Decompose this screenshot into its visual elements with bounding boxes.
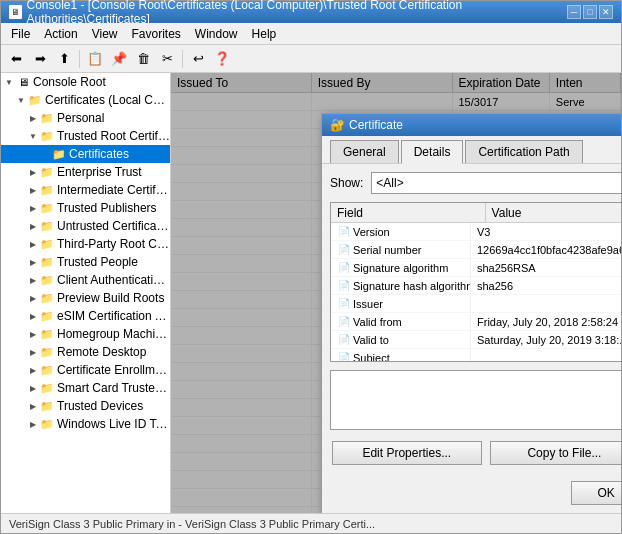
dialog-title-bar: 🔐 Certificate ✕ [322,114,621,136]
tab-certification-path[interactable]: Certification Path [465,140,582,163]
sidebar-item-enterprise[interactable]: ▶ 📁 Enterprise Trust [1,163,170,181]
smart-card-icon: 📁 [39,380,55,396]
window-close-button[interactable]: ✕ [599,5,613,19]
details-row-serial[interactable]: 📄 Serial number 12669a4cc1f0bfac4238afe9… [331,241,621,259]
status-bar: VeriSign Class 3 Public Primary in - Ver… [1,513,621,533]
sidebar-item-trusted-pub[interactable]: ▶ 📁 Trusted Publishers [1,199,170,217]
expander-client-auth[interactable]: ▶ [27,274,39,286]
expander-homegroup[interactable]: ▶ [27,328,39,340]
details-row-subject[interactable]: 📄 Subject [331,349,621,362]
expander-smart-card[interactable]: ▶ [27,382,39,394]
toolbar-paste[interactable]: 📌 [108,48,130,70]
details-field-serial: 📄 Serial number [331,241,471,258]
toolbar-up[interactable]: ⬆ [53,48,75,70]
expander-trusted-devices[interactable]: ▶ [27,400,39,412]
cert-field-icon: 📄 [337,225,351,239]
sidebar-item-cert-enrollment[interactable]: ▶ 📁 Certificate Enrollment R [1,361,170,379]
expander-third-party[interactable]: ▶ [27,238,39,250]
details-row-valid-from[interactable]: 📄 Valid from Friday, July 20, 2018 2:58:… [331,313,621,331]
expander-preview-build[interactable]: ▶ [27,292,39,304]
toolbar-help[interactable]: ❓ [211,48,233,70]
menu-view[interactable]: View [86,25,124,43]
console-root-icon: 🖥 [15,74,31,90]
sidebar-item-trusted-devices[interactable]: ▶ 📁 Trusted Devices [1,397,170,415]
sidebar-item-windows-live[interactable]: ▶ 📁 Windows Live ID Token [1,415,170,433]
copy-to-file-button[interactable]: Copy to File... [490,441,621,465]
menu-window[interactable]: Window [189,25,244,43]
expander-certs-local[interactable]: ▼ [15,94,27,106]
cert-value-textarea[interactable] [330,370,621,430]
sidebar-label-smart-card: Smart Card Trusted Roo [55,381,170,395]
trusted-pub-icon: 📁 [39,200,55,216]
expander-esim[interactable]: ▶ [27,310,39,322]
sidebar-item-homegroup[interactable]: ▶ 📁 Homegroup Machine C [1,325,170,343]
show-dropdown[interactable]: <All> ▼ [371,172,621,194]
details-value-issuer [471,295,621,312]
cert-field-icon: 📄 [337,297,351,311]
certificates-icon: 📁 [51,146,67,162]
menu-action[interactable]: Action [38,25,83,43]
sidebar-item-esim[interactable]: ▶ 📁 eSIM Certification Auth [1,307,170,325]
tab-details[interactable]: Details [401,140,464,164]
sidebar-item-certs-local[interactable]: ▼ 📁 Certificates (Local Compute [1,91,170,109]
remote-desktop-icon: 📁 [39,344,55,360]
show-label: Show: [330,176,363,190]
toolbar-delete2[interactable]: ✂ [156,48,178,70]
expander-enterprise[interactable]: ▶ [27,166,39,178]
expander-intermediate[interactable]: ▶ [27,184,39,196]
sidebar-item-third-party[interactable]: ▶ 📁 Third-Party Root Certific [1,235,170,253]
show-row: Show: <All> ▼ [330,172,621,194]
sidebar: ▼ 🖥 Console Root ▼ 📁 Certificates (Local… [1,73,171,513]
expander-cert-enrollment[interactable]: ▶ [27,364,39,376]
expander-certificates[interactable] [39,148,51,160]
details-value-valid-to: Saturday, July 20, 2019 3:18:... [471,331,621,348]
sidebar-item-untrusted[interactable]: ▶ 📁 Untrusted Certificates [1,217,170,235]
details-row-version[interactable]: 📄 Version V3 [331,223,621,241]
toolbar-copy[interactable]: 📋 [84,48,106,70]
toolbar-forward[interactable]: ➡ [29,48,51,70]
expander-personal[interactable]: ▶ [27,112,39,124]
menu-favorites[interactable]: Favorites [126,25,187,43]
modal-overlay: 🔐 Certificate ✕ General Details Certific… [171,73,621,513]
sidebar-label-trusted-pub: Trusted Publishers [55,201,170,215]
expander-untrusted[interactable]: ▶ [27,220,39,232]
sidebar-label-cert-enrollment: Certificate Enrollment R [55,363,170,377]
details-row-valid-to[interactable]: 📄 Valid to Saturday, July 20, 2019 3:18:… [331,331,621,349]
sidebar-item-remote-desktop[interactable]: ▶ 📁 Remote Desktop [1,343,170,361]
expander-trusted-root[interactable]: ▼ [27,130,39,142]
details-row-hash-algo[interactable]: 📄 Signature hash algorithm sha256 [331,277,621,295]
sidebar-item-console-root[interactable]: ▼ 🖥 Console Root [1,73,170,91]
expander-trusted-people[interactable]: ▶ [27,256,39,268]
cert-dialog-icon: 🔐 [330,118,345,132]
toolbar-properties[interactable]: ↩ [187,48,209,70]
expander-remote-desktop[interactable]: ▶ [27,346,39,358]
expander-windows-live[interactable]: ▶ [27,418,39,430]
menu-file[interactable]: File [5,25,36,43]
menu-help[interactable]: Help [246,25,283,43]
trusted-devices-icon: 📁 [39,398,55,414]
toolbar-delete[interactable]: 🗑 [132,48,154,70]
menu-bar: File Action View Favorites Window Help [1,23,621,45]
certs-local-icon: 📁 [27,92,43,108]
edit-properties-button[interactable]: Edit Properties... [332,441,482,465]
sidebar-item-smart-card[interactable]: ▶ 📁 Smart Card Trusted Roo [1,379,170,397]
show-dropdown-value: <All> [376,176,403,190]
sidebar-item-trusted-root[interactable]: ▼ 📁 Trusted Root Certificatio [1,127,170,145]
details-value-valid-from: Friday, July 20, 2018 2:58:24 [471,313,621,330]
ok-button[interactable]: OK [571,481,621,505]
expander-trusted-pub[interactable]: ▶ [27,202,39,214]
maximize-button[interactable]: □ [583,5,597,19]
sidebar-label-console-root: Console Root [31,75,170,89]
details-row-issuer[interactable]: 📄 Issuer [331,295,621,313]
sidebar-item-intermediate[interactable]: ▶ 📁 Intermediate Certificatio [1,181,170,199]
sidebar-item-trusted-people[interactable]: ▶ 📁 Trusted People [1,253,170,271]
expander-console-root[interactable]: ▼ [3,76,15,88]
toolbar-back[interactable]: ⬅ [5,48,27,70]
sidebar-item-personal[interactable]: ▶ 📁 Personal [1,109,170,127]
sidebar-item-certificates[interactable]: 📁 Certificates [1,145,170,163]
minimize-button[interactable]: ─ [567,5,581,19]
sidebar-item-preview-build[interactable]: ▶ 📁 Preview Build Roots [1,289,170,307]
sidebar-item-client-auth[interactable]: ▶ 📁 Client Authentication Is [1,271,170,289]
details-row-sig-algo[interactable]: 📄 Signature algorithm sha256RSA [331,259,621,277]
tab-general[interactable]: General [330,140,399,163]
